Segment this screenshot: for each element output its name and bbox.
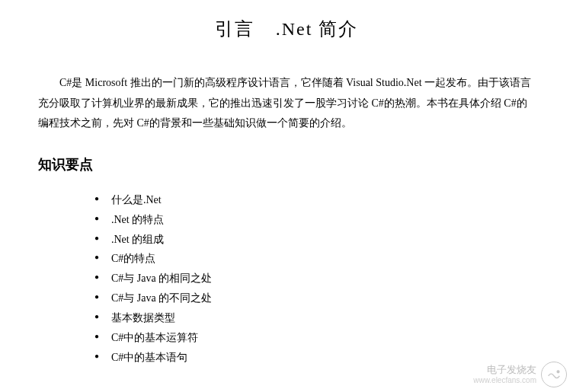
list-item: C#与 Java 的不同之处 [111,288,535,308]
title-part-1: 引言 [215,19,254,39]
list-item: C#与 Java 的相同之处 [111,269,535,288]
title-part-2: .Net 简介 [276,19,359,39]
list-item: C#中的基本运算符 [111,328,535,348]
document-page: 引言.Net 简介 C#是 Microsoft 推出的一门新的高级程序设计语言，… [0,0,573,383]
section-heading: 知识要点 [38,155,535,174]
list-item: 什么是.Net [111,190,535,210]
watermark-url: www.elecfans.com [473,376,536,385]
intro-paragraph: C#是 Microsoft 推出的一门新的高级程序设计语言，它伴随着 Visua… [38,73,535,134]
list-item: C#的特点 [111,249,535,269]
watermark: 电子发烧友 www.elecfans.com [473,362,567,387]
list-item: 基本数据类型 [111,308,535,328]
watermark-brand: 电子发烧友 [473,364,536,376]
page-title: 引言.Net 简介 [38,17,535,41]
watermark-text: 电子发烧友 www.elecfans.com [473,364,536,385]
logo-icon [541,362,567,387]
list-item: C#中的基本语句 [111,348,535,368]
list-item: .Net 的组成 [111,230,535,250]
list-item: .Net 的特点 [111,210,535,230]
knowledge-points-list: 什么是.Net .Net 的特点 .Net 的组成 C#的特点 C#与 Java… [38,190,535,368]
svg-point-0 [557,371,559,373]
